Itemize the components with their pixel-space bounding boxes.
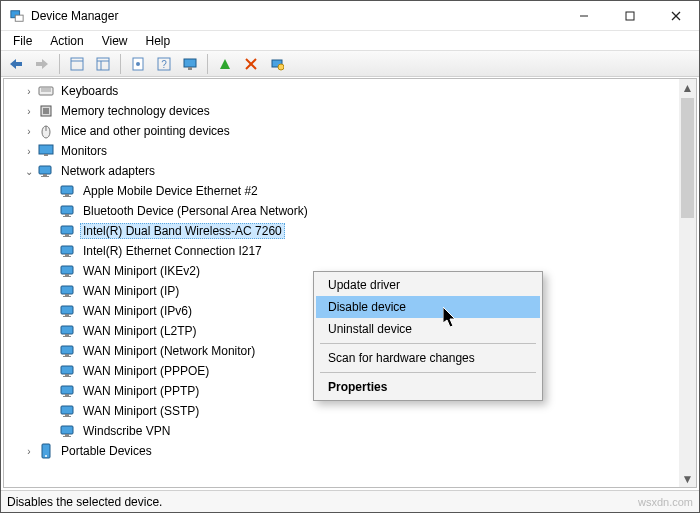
chip-icon bbox=[38, 103, 54, 119]
scroll-thumb[interactable] bbox=[681, 98, 694, 218]
svg-rect-38 bbox=[63, 216, 71, 217]
toolbar-view-button[interactable] bbox=[92, 53, 114, 75]
device-item[interactable]: Bluetooth Device (Personal Area Network) bbox=[4, 201, 679, 221]
statusbar-text: Disables the selected device. bbox=[7, 495, 162, 509]
menu-view[interactable]: View bbox=[94, 32, 136, 50]
svg-rect-39 bbox=[61, 226, 73, 234]
svg-rect-67 bbox=[65, 414, 69, 416]
network-icon bbox=[60, 243, 76, 259]
svg-rect-69 bbox=[61, 426, 73, 434]
svg-rect-41 bbox=[63, 236, 71, 237]
expand-chevron-icon[interactable]: › bbox=[22, 446, 36, 457]
minimize-button[interactable] bbox=[561, 1, 607, 31]
keyboard-icon bbox=[38, 83, 54, 99]
toolbar: ? bbox=[1, 51, 699, 77]
toolbar-showhide-button[interactable] bbox=[66, 53, 88, 75]
device-item[interactable]: Intel(R) Dual Band Wireless-AC 7260 bbox=[4, 221, 679, 241]
menu-action[interactable]: Action bbox=[42, 32, 91, 50]
svg-rect-45 bbox=[61, 266, 73, 274]
svg-rect-68 bbox=[63, 416, 71, 417]
device-item[interactable]: WAN Miniport (SSTP) bbox=[4, 401, 679, 421]
svg-rect-46 bbox=[65, 274, 69, 276]
toolbar-properties-button[interactable] bbox=[127, 53, 149, 75]
toolbar-update-button[interactable] bbox=[179, 53, 201, 75]
svg-rect-61 bbox=[65, 374, 69, 376]
menu-help[interactable]: Help bbox=[138, 32, 179, 50]
device-category[interactable]: ›Mice and other pointing devices bbox=[4, 121, 679, 141]
expand-chevron-icon[interactable]: › bbox=[22, 146, 36, 157]
context-menu: Update driverDisable deviceUninstall dev… bbox=[313, 271, 543, 401]
device-category[interactable]: ›Memory technology devices bbox=[4, 101, 679, 121]
toolbar-help-button[interactable]: ? bbox=[153, 53, 175, 75]
device-item[interactable]: Intel(R) Ethernet Connection I217 bbox=[4, 241, 679, 261]
svg-rect-36 bbox=[61, 206, 73, 214]
device-category[interactable]: ⌄Network adapters bbox=[4, 161, 679, 181]
maximize-button[interactable] bbox=[607, 1, 653, 31]
menubar: File Action View Help bbox=[1, 31, 699, 51]
vertical-scrollbar[interactable]: ▲ ▼ bbox=[679, 79, 696, 487]
toolbar-enable-button[interactable] bbox=[214, 53, 236, 75]
menu-file[interactable]: File bbox=[5, 32, 40, 50]
svg-rect-66 bbox=[61, 406, 73, 414]
device-item[interactable]: Apple Mobile Device Ethernet #2 bbox=[4, 181, 679, 201]
toolbar-back-button[interactable] bbox=[5, 53, 27, 75]
network-icon bbox=[60, 223, 76, 239]
svg-rect-43 bbox=[65, 254, 69, 256]
network-icon bbox=[60, 343, 76, 359]
tree-item-label: Intel(R) Ethernet Connection I217 bbox=[80, 243, 265, 259]
network-icon bbox=[60, 423, 76, 439]
toolbar-scan-button[interactable] bbox=[266, 53, 288, 75]
context-menu-item[interactable]: Properties bbox=[316, 376, 540, 398]
expand-chevron-icon[interactable]: › bbox=[22, 106, 36, 117]
device-category[interactable]: ›Keyboards bbox=[4, 81, 679, 101]
svg-rect-53 bbox=[63, 316, 71, 317]
svg-rect-50 bbox=[63, 296, 71, 297]
svg-rect-65 bbox=[63, 396, 71, 397]
expand-chevron-icon[interactable]: › bbox=[22, 126, 36, 137]
svg-rect-52 bbox=[65, 314, 69, 316]
device-category[interactable]: ›Portable Devices bbox=[4, 441, 679, 461]
scroll-down-button[interactable]: ▼ bbox=[679, 470, 696, 487]
context-menu-item[interactable]: Update driver bbox=[316, 274, 540, 296]
titlebar: Device Manager bbox=[1, 1, 699, 31]
svg-text:?: ? bbox=[161, 59, 167, 70]
svg-rect-63 bbox=[61, 386, 73, 394]
tree-item-label: WAN Miniport (PPPOE) bbox=[80, 363, 212, 379]
context-menu-item[interactable]: Uninstall device bbox=[316, 318, 540, 340]
svg-rect-60 bbox=[61, 366, 73, 374]
svg-rect-54 bbox=[61, 326, 73, 334]
svg-point-12 bbox=[136, 62, 140, 66]
network-icon bbox=[60, 203, 76, 219]
svg-rect-31 bbox=[43, 174, 47, 176]
svg-rect-44 bbox=[63, 256, 71, 257]
toolbar-forward-button[interactable] bbox=[31, 53, 53, 75]
network-icon bbox=[60, 303, 76, 319]
device-item[interactable]: Windscribe VPN bbox=[4, 421, 679, 441]
tree-item-label: Bluetooth Device (Personal Area Network) bbox=[80, 203, 311, 219]
tree-item-label: WAN Miniport (IKEv2) bbox=[80, 263, 203, 279]
tree-item-label: Intel(R) Dual Band Wireless-AC 7260 bbox=[80, 223, 285, 239]
context-menu-item[interactable]: Disable device bbox=[316, 296, 540, 318]
svg-rect-25 bbox=[43, 108, 49, 114]
context-menu-separator bbox=[320, 343, 536, 344]
svg-rect-28 bbox=[39, 145, 53, 154]
svg-rect-62 bbox=[63, 376, 71, 377]
tree-item-label: Mice and other pointing devices bbox=[58, 123, 233, 139]
context-menu-item[interactable]: Scan for hardware changes bbox=[316, 347, 540, 369]
device-category[interactable]: ›Monitors bbox=[4, 141, 679, 161]
expand-chevron-icon[interactable]: ⌄ bbox=[22, 166, 36, 177]
tree-item-label: Monitors bbox=[58, 143, 110, 159]
close-button[interactable] bbox=[653, 1, 699, 31]
expand-chevron-icon[interactable]: › bbox=[22, 86, 36, 97]
toolbar-disable-button[interactable] bbox=[240, 53, 262, 75]
scroll-up-button[interactable]: ▲ bbox=[679, 79, 696, 96]
svg-rect-40 bbox=[65, 234, 69, 236]
svg-rect-64 bbox=[65, 394, 69, 396]
network-icon bbox=[38, 163, 54, 179]
tree-item-label: WAN Miniport (SSTP) bbox=[80, 403, 202, 419]
tree-item-label: WAN Miniport (IP) bbox=[80, 283, 182, 299]
svg-rect-70 bbox=[65, 434, 69, 436]
tree-item-label: WAN Miniport (IPv6) bbox=[80, 303, 195, 319]
tree-item-label: WAN Miniport (Network Monitor) bbox=[80, 343, 258, 359]
svg-rect-37 bbox=[65, 214, 69, 216]
